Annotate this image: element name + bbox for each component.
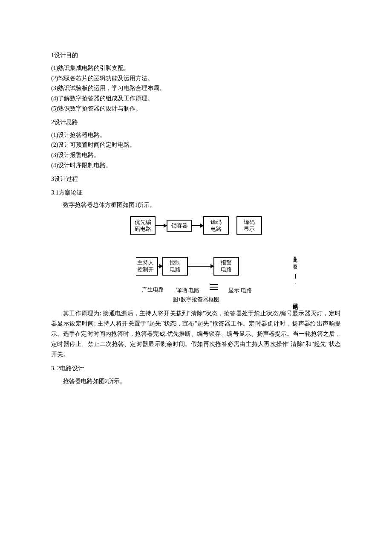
diagram-row-1: 优先编 码电路 锁存器 译码 电路 译码 显示 xyxy=(107,216,285,235)
diagram-row-2: 主持人 控制开 控制 电路 报警 电路 xyxy=(107,257,285,275)
section-3-2-intro: 抢答器电路如图2所示。 xyxy=(51,376,341,386)
s2-item-2: (2)设计可预置时间的定时电路。 xyxy=(51,140,341,150)
section-1-title: 1设计目的 xyxy=(51,50,341,61)
diagram-row-3: 产生电路 译晒 电路 显示 电路 xyxy=(107,283,285,294)
box-decode-display: 译码 显示 xyxy=(236,216,262,235)
s1-item-4: (4)了解数字抢答器的组成及工作原理。 xyxy=(51,93,341,104)
box-host-switch: 主持人 控制开 xyxy=(136,257,158,275)
s2-item-1: (1)设计抢答器电路。 xyxy=(51,130,341,140)
box-latch: 锁存器 xyxy=(167,220,192,232)
working-principle-paragraph: 其工作原理为: 接通电源后，主持人将开关拨到"清除"状态，抢答器处于禁止状态,编… xyxy=(51,308,341,359)
box-alarm-circuit: 报警 电路 xyxy=(213,257,239,275)
s1-item-3: (3)熟识试验板的运用，学习电路合理布局。 xyxy=(51,83,341,93)
section-3-2-title: 3. 2电路设计 xyxy=(51,363,341,374)
diagram-caption: 图1数字抢答器框图 xyxy=(107,295,285,304)
arrow-icon xyxy=(156,225,167,226)
diagram-right-column: 三比九 m1公兩 , 技展电路 xyxy=(292,255,298,300)
connector-stub: , xyxy=(295,274,296,286)
spacer xyxy=(229,225,236,226)
s1-item-1: (1)熟识集成电路的引脚支配。 xyxy=(51,63,341,73)
box-decoder: 译码 电路 xyxy=(203,216,229,235)
s2-item-4: (4)设计时序限制电路。 xyxy=(51,160,341,171)
s1-item-5: (5)熟识数字抢答器的设计与制作。 xyxy=(51,104,341,114)
ladder-icon xyxy=(210,283,218,294)
box-decode2: 译晒 电路 xyxy=(176,288,199,294)
box-display: 显示 电路 xyxy=(228,288,252,294)
document-page: 1设计目的 (1)熟识集成电路的引脚支配。 (2)驾驭各芯片的逻辑功能及运用方法… xyxy=(0,0,392,555)
s2-item-3: (3)设计报警电路。 xyxy=(51,150,341,160)
side-vertical-label: 技展电路 xyxy=(292,299,298,300)
section-2-title: 2设计思路 xyxy=(51,117,341,128)
block-diagram: 优先编 码电路 锁存器 译码 电路 译码 显示 主持人 控制开 控制 电路 报警… xyxy=(107,216,285,304)
s1-item-2: (2)驾驭各芯片的逻辑功能及运用方法。 xyxy=(51,73,341,84)
box-priority-encoder: 优先编 码电路 xyxy=(130,216,156,235)
side-tag: 三比九 m1公兩 xyxy=(293,255,297,261)
arrow-icon xyxy=(192,225,203,226)
box-generator: 产生电路 xyxy=(140,286,166,294)
section-3-1-title: 3.1方案论证 xyxy=(51,188,341,198)
section-3-title: 3设计过程 xyxy=(51,174,341,184)
arrow-icon xyxy=(188,266,213,267)
section-3-1-intro: 数字抢答器总体方框图如图1所示。 xyxy=(51,200,341,210)
arrow-icon xyxy=(158,266,162,267)
box-control-circuit: 控制 电路 xyxy=(162,257,188,275)
